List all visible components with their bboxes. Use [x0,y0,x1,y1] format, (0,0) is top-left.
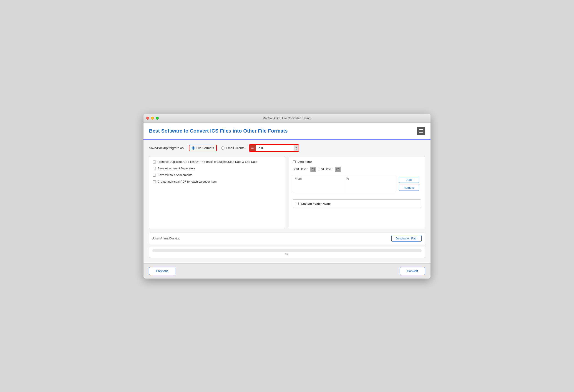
save-without-checkbox[interactable] [153,174,156,177]
to-column: To [344,175,395,193]
remove-duplicates-label: Remove Duplicate ICS Files On The Basis … [158,160,257,164]
right-panel: Date Filter Start Date : End Date : [289,156,425,229]
checkbox-save-without: Save Without Attachments [153,173,281,177]
svg-rect-4 [312,168,313,169]
minimize-button[interactable] [151,117,154,120]
left-panel: Remove Duplicate ICS Files On The Basis … [149,156,285,229]
svg-rect-6 [337,168,339,170]
email-clients-label: Email Clients [226,146,245,150]
date-range-row: Start Date : End Date : [293,167,421,172]
end-date-picker[interactable] [335,167,341,172]
bottom-bar: Previous Convert [144,263,430,279]
titlebar: MacSonik ICS File Converter (Demo) [144,114,430,123]
save-without-label: Save Without Attachments [158,173,192,177]
menu-line [419,129,423,130]
select-arrow-icon[interactable]: ▲ ▼ [294,145,299,151]
remove-button[interactable]: Remove [399,185,419,191]
date-filter-header: Date Filter [293,160,421,164]
date-filter-label: Date Filter [297,160,312,164]
format-selector-wrapper: PDF PDF CSV ICS HTML MSG EML MBOX PST DO… [249,144,299,152]
window-controls [146,117,159,120]
save-attachment-checkbox[interactable] [153,167,156,170]
main-content: Save/Backup/Migrate As. File Formats Ema… [144,140,430,263]
start-date-picker[interactable] [310,167,316,172]
file-formats-radio[interactable] [192,146,195,150]
checkbox-remove-duplicates: Remove Duplicate ICS Files On The Basis … [153,160,281,164]
end-date-label: End Date : [319,167,332,171]
individual-pdf-label: Create Indivisual PDF for each calender … [158,180,217,183]
save-as-row: Save/Backup/Migrate As. File Formats Ema… [149,144,425,152]
menu-line [419,132,423,133]
checkbox-individual-pdf: Create Indivisual PDF for each calender … [153,180,281,183]
progress-bar-track [152,249,422,252]
svg-rect-8 [337,168,337,169]
start-date-label: Start Date : [293,167,308,171]
app-window: MacSonik ICS File Converter (Demo) Best … [144,114,430,279]
menu-button[interactable] [417,127,425,135]
custom-folder-row: Custom Folder Name [293,199,421,208]
window-title: MacSonik ICS File Converter (Demo) [263,116,311,120]
individual-pdf-checkbox[interactable] [153,180,156,183]
from-to-buttons: Add Remove [397,175,421,196]
custom-folder-label: Custom Folder Name [301,202,331,205]
progress-label: 0% [152,253,422,256]
maximize-button[interactable] [156,117,159,120]
close-button[interactable] [146,117,149,120]
menu-line [419,131,423,131]
custom-folder-input[interactable] [333,202,418,205]
svg-rect-5 [314,168,314,169]
checkbox-save-attachment: Save Attachment Seperately [153,167,281,170]
to-label: To [346,177,349,180]
custom-folder-checkbox[interactable] [296,202,299,205]
destination-path-button[interactable]: Destination Path [391,235,422,242]
destination-path-text: /Users/harry/Desktop [152,237,389,240]
convert-button[interactable]: Convert [400,267,425,275]
app-header: Best Software to Convert ICS Files into … [144,123,430,140]
format-select[interactable]: PDF CSV ICS HTML MSG EML MBOX PST DOC DO… [256,145,294,151]
svg-rect-2 [312,168,314,170]
svg-text:PDF: PDF [251,147,254,149]
add-button[interactable]: Add [399,177,419,183]
file-formats-option[interactable]: File Formats [189,145,217,151]
save-as-label: Save/Backup/Migrate As. [149,146,184,150]
svg-rect-9 [338,168,339,169]
save-attachment-label: Save Attachment Seperately [158,167,195,170]
format-icon: PDF [249,145,256,151]
previous-button[interactable]: Previous [149,267,175,275]
email-clients-radio[interactable] [221,146,225,150]
remove-duplicates-checkbox[interactable] [153,161,156,164]
from-to-table: From To [293,175,395,193]
progress-container: 0% [149,247,425,258]
email-clients-option[interactable]: Email Clients [221,146,245,150]
from-to-section: From To Add Remove [293,175,421,196]
app-title: Best Software to Convert ICS Files into … [149,128,288,134]
date-filter-checkbox[interactable] [293,160,296,163]
from-label: From [295,177,302,180]
destination-row: /Users/harry/Desktop Destination Path [149,233,425,244]
main-panels: Remove Duplicate ICS Files On The Basis … [149,156,425,229]
from-column: From [293,175,344,193]
file-formats-label: File Formats [196,146,214,150]
